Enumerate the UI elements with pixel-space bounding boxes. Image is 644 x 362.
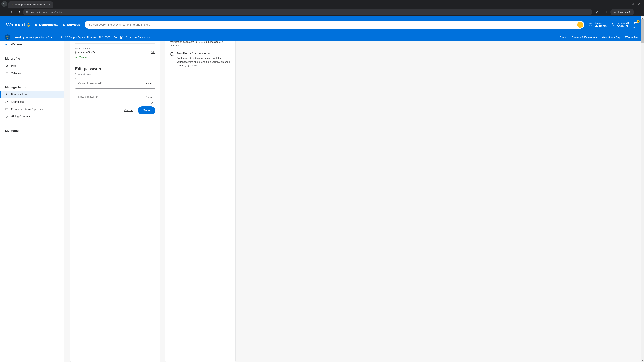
show-current-password[interactable]: Show — [146, 82, 152, 85]
sidebar-section-profile: My profile — [0, 53, 64, 62]
tab-bar: Manage Account - Personal inf... ✕ + — [0, 0, 644, 8]
subnav-link[interactable]: Winter Prep — [625, 36, 639, 38]
account-link[interactable]: Hi, Lauren D Account — [611, 22, 629, 28]
search-input[interactable] — [89, 23, 577, 26]
svg-point-35 — [7, 74, 8, 74]
security-options-card: Keep your account safer by using an easy… — [165, 41, 236, 362]
minimize-icon[interactable] — [625, 3, 627, 5]
svg-rect-3 — [11, 5, 12, 5]
url-field[interactable]: walmart.com/account/profile — [23, 9, 592, 15]
scrollbar-thumb[interactable] — [641, 19, 644, 43]
svg-point-11 — [639, 12, 639, 12]
mail-icon — [5, 108, 8, 111]
browser-tab[interactable]: Manage Account - Personal inf... ✕ — [8, 1, 53, 8]
forward-button[interactable] — [8, 9, 14, 15]
passwordless-description: Keep your account safer by using an easy… — [170, 41, 230, 47]
location-chip-icon[interactable] — [5, 34, 10, 40]
subnav-link[interactable]: Grocery & Essentials — [572, 36, 597, 38]
content-area: W+ Walmart+ My profile Pets Vehicles Man… — [0, 41, 644, 362]
side-panel-button[interactable] — [602, 9, 609, 15]
scroll-up-icon[interactable]: ▲ — [641, 16, 644, 19]
main-panels: 12de77e3@moodjoy.com Edit For extra secu… — [64, 41, 644, 362]
show-new-password[interactable]: Show — [146, 95, 152, 98]
close-window-icon[interactable] — [638, 3, 640, 5]
services-button[interactable]: Services — [63, 23, 80, 27]
site-settings-icon[interactable] — [26, 10, 29, 13]
sidebar-item-addresses[interactable]: Addresses — [0, 98, 64, 106]
heart-hand-icon — [5, 115, 8, 118]
svg-rect-13 — [28, 23, 28, 24]
address-text[interactable]: 20 Cooper Square, New York, NY 10003, US… — [65, 36, 117, 38]
svg-point-7 — [26, 11, 27, 12]
bookmark-button[interactable] — [594, 9, 600, 15]
edit-phone-link[interactable]: Edit — [150, 51, 155, 54]
close-icon[interactable]: ✕ — [48, 3, 50, 6]
maximize-icon[interactable] — [632, 3, 634, 5]
svg-rect-9 — [604, 11, 607, 13]
reorder-big: My Items — [594, 24, 606, 28]
new-tab-button[interactable]: + — [55, 2, 57, 6]
walmart-header: Walmart Departments Services — [0, 16, 644, 41]
logo-text: Walmart — [6, 22, 25, 28]
grid-icon — [35, 24, 38, 26]
verified-status: Verified — [75, 56, 155, 59]
cart-button[interactable]: 0 $0.00 — [633, 21, 638, 28]
svg-rect-15 — [29, 24, 30, 25]
heart-icon — [589, 23, 592, 27]
reload-button[interactable] — [16, 9, 22, 15]
current-password-field[interactable]: Current password* Show — [75, 78, 155, 89]
tab-search-button[interactable] — [1, 1, 7, 7]
how-items-label[interactable]: How do you want your items? — [14, 36, 53, 38]
svg-rect-16 — [26, 25, 28, 26]
svg-rect-4 — [11, 4, 12, 4]
services-label: Services — [67, 23, 80, 27]
search-bar — [84, 21, 584, 29]
sidebar-item-walmart-plus[interactable]: W+ Walmart+ — [0, 41, 64, 48]
back-button[interactable] — [1, 9, 7, 15]
sidebar-section-items: My items — [0, 125, 64, 134]
subnav-link[interactable]: Deals — [560, 36, 566, 38]
browser-chrome: Manage Account - Personal inf... ✕ + — [0, 0, 644, 16]
personal-info-card: 12de77e3@moodjoy.com Edit For extra secu… — [70, 41, 160, 362]
sidebar-item-pets[interactable]: Pets — [0, 62, 64, 69]
save-button[interactable]: Save — [138, 106, 155, 114]
svg-point-29 — [60, 36, 61, 37]
window-controls — [625, 3, 643, 5]
svg-point-22 — [636, 25, 637, 26]
departments-button[interactable]: Departments — [35, 23, 58, 27]
phone-label: Phone number — [75, 47, 155, 50]
walmart-logo[interactable]: Walmart — [6, 22, 30, 28]
page-scrollbar[interactable]: ▲ ▼ — [641, 16, 644, 362]
url-path: /account/profile — [46, 11, 62, 13]
svg-point-21 — [635, 25, 636, 26]
user-icon — [611, 23, 615, 27]
scroll-down-icon[interactable]: ▼ — [641, 359, 644, 362]
subnav-link[interactable]: Valentine's Day — [602, 36, 620, 38]
sidebar-item-personal-info[interactable]: Personal info — [0, 91, 64, 98]
walmart-subheader: How do you want your items? | 20 Cooper … — [0, 33, 644, 41]
required-fields-note: *Required fields — [75, 73, 155, 75]
sidebar-item-communications[interactable]: Communications & privacy — [0, 106, 64, 113]
cart-count: 0 — [636, 20, 640, 23]
svg-rect-5 — [12, 5, 13, 5]
store-text[interactable]: Secaucus Supercenter — [126, 36, 152, 38]
svg-point-32 — [6, 66, 6, 66]
radio-unchecked-icon[interactable] — [170, 52, 174, 56]
svg-point-8 — [28, 12, 28, 13]
sidebar-item-vehicles[interactable]: Vehicles — [0, 69, 64, 77]
browser-menu-button[interactable] — [636, 9, 642, 15]
walmart-spark-icon — [26, 23, 30, 27]
sidebar-item-giving[interactable]: Giving & impact — [0, 113, 64, 120]
new-password-placeholder: New password* — [78, 95, 98, 98]
new-password-field[interactable]: New password* Show — [75, 92, 155, 102]
reorder-link[interactable]: Reorder My Items — [589, 22, 606, 28]
greeting-text: Hi, Lauren D — [617, 22, 629, 24]
cancel-button[interactable]: Cancel — [124, 109, 133, 112]
svg-rect-25 — [8, 36, 9, 37]
search-button[interactable] — [577, 22, 583, 28]
incognito-indicator[interactable]: Incognito (3) — [610, 9, 634, 15]
svg-rect-17 — [26, 24, 28, 25]
store-icon — [120, 36, 123, 39]
walmart-plus-icon: W+ — [5, 43, 8, 46]
twofa-option[interactable]: Two-Factor Authentication For the most p… — [170, 52, 230, 67]
